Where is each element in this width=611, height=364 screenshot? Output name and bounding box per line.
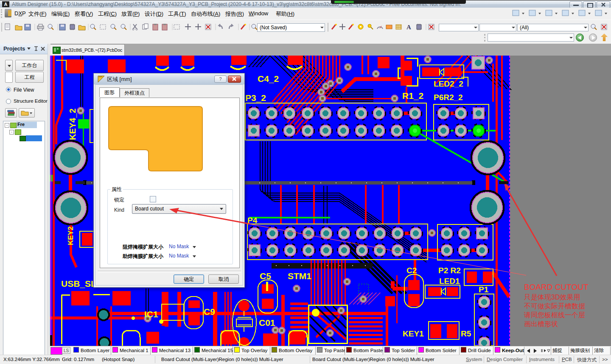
svg-text:P6R2_2: P6R2_2 [434, 93, 463, 102]
svg-text:KEY1: KEY1 [403, 329, 424, 338]
svg-text:KEY2: KEY2 [67, 227, 75, 245]
svg-text:P2 R2: P2 R2 [438, 266, 461, 275]
svg-text:KEY4_2: KEY4_2 [68, 109, 77, 140]
svg-text:C4_2: C4_2 [258, 74, 279, 84]
svg-text:C5: C5 [260, 271, 271, 281]
svg-text:C2: C2 [406, 266, 417, 275]
svg-text:LED1: LED1 [439, 277, 460, 286]
svg-text:C9: C9 [204, 307, 215, 316]
svg-text:P1: P1 [479, 285, 489, 294]
svg-text:P3_2: P3_2 [245, 93, 266, 103]
svg-text:A: A [406, 24, 411, 31]
svg-text:USB_SL: USB_SL [61, 279, 96, 288]
svg-text:P4: P4 [247, 216, 258, 225]
svg-text:STM1: STM1 [288, 271, 311, 281]
svg-text:R5: R5 [461, 329, 471, 338]
svg-text:IC1: IC1 [144, 309, 158, 319]
svg-text:LED2_2: LED2_2 [434, 79, 463, 88]
svg-text:R1_2: R1_2 [402, 91, 423, 101]
svg-text:C01: C01 [259, 318, 275, 328]
